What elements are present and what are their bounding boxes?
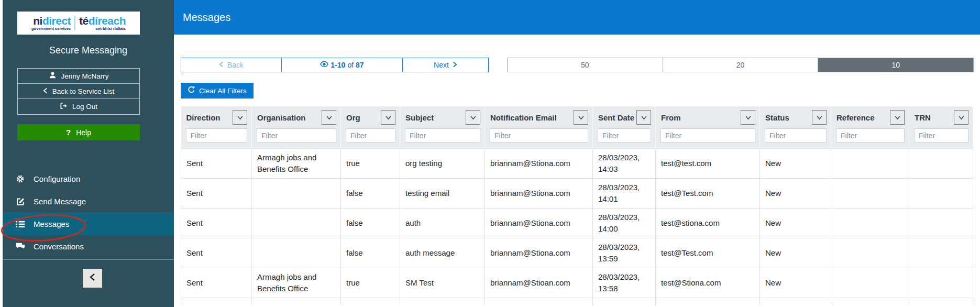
- cell-sent-date: 28/03/2023, 14:03: [593, 148, 656, 178]
- filter-input-from[interactable]: [660, 128, 755, 142]
- cell-trn: [909, 208, 973, 238]
- table-row[interactable]: Sentfalseauth messagebriannam@Stiona.com…: [181, 238, 973, 268]
- table-row-partial: [181, 298, 973, 305]
- cell-status: New: [760, 178, 831, 208]
- table-row[interactable]: SentArmagh jobs and Benefits Officetrueo…: [181, 148, 973, 178]
- sidebar-item-messages[interactable]: Messages: [3, 213, 174, 235]
- logo-tagline-ga: seirbhísí rialtais: [96, 27, 126, 31]
- filter-input-trn[interactable]: [914, 128, 968, 142]
- cell-trn: [909, 148, 973, 178]
- column-dropdown-status[interactable]: [812, 110, 827, 125]
- page-size-20[interactable]: 20: [663, 58, 819, 72]
- filter-input-subject[interactable]: [405, 128, 480, 142]
- chevron-down-icon: [237, 114, 244, 122]
- cell-direction: Sent: [181, 208, 252, 238]
- column-header-sent-date: Sent Date: [593, 106, 656, 128]
- cell-status: New: [760, 148, 831, 178]
- chevron-down-icon: [641, 114, 647, 122]
- chevron-down-icon: [816, 114, 823, 122]
- filter-input-reference[interactable]: [836, 128, 905, 142]
- cell-sent-date: 28/03/2023, 14:00: [593, 208, 656, 238]
- sidebar-nav: Configuration Send Message Messages Conv…: [3, 168, 174, 258]
- pagination: Back 1-10 of 87 Next: [181, 58, 489, 72]
- chevron-down-icon: [894, 114, 901, 122]
- user-button[interactable]: Jenny McNarry: [18, 69, 139, 84]
- table-row[interactable]: Sentfalseauthbriannam@Stiona.com28/03/20…: [181, 208, 973, 238]
- logo-irish: tédíreach seirbhísí rialtais: [79, 15, 126, 31]
- cell-organisation: [252, 178, 341, 208]
- column-header-from: From: [656, 106, 760, 128]
- sidebar: nidirect government services tédíreach s…: [0, 0, 174, 307]
- cell-status: New: [760, 238, 831, 268]
- chevron-down-icon: [326, 114, 333, 122]
- sidebar-item-send-message[interactable]: Send Message: [3, 190, 174, 213]
- column-dropdown-reference[interactable]: [890, 110, 905, 125]
- cell-reference: [831, 178, 909, 208]
- column-header-subject: Subject: [400, 106, 485, 128]
- cell-notification-email: briannam@Stioan.com: [485, 268, 593, 298]
- sidebar-item-configuration[interactable]: Configuration: [3, 168, 174, 190]
- pagination-back-button[interactable]: Back: [181, 58, 282, 72]
- column-header-notification-email: Notification Email: [485, 106, 593, 128]
- sidebar-item-conversations[interactable]: Conversations: [3, 235, 174, 258]
- cell-subject: SM Test: [400, 268, 485, 298]
- logo-english: nidirect government services: [31, 15, 71, 31]
- cell-organisation: [252, 238, 341, 268]
- table-row[interactable]: Sentfalsetesting emailbriannam@Stiona.co…: [181, 178, 973, 208]
- chevron-left-icon: [43, 87, 48, 95]
- sidebar-collapse-button[interactable]: [83, 269, 102, 288]
- filter-input-direction[interactable]: [186, 128, 248, 142]
- column-header-org: Org: [341, 106, 400, 128]
- cell-organisation: [252, 208, 341, 238]
- page-size-selector: 50 20 10: [507, 58, 974, 72]
- main-content: Back 1-10 of 87 Next 50 20 10 Clear All …: [174, 35, 980, 307]
- table-row[interactable]: SentArmagh jobs and Benefits OfficetrueS…: [181, 268, 973, 298]
- column-dropdown-notification-email[interactable]: [574, 110, 588, 125]
- cell-notification-email: briannam@Stiona.com: [485, 148, 593, 178]
- cell-subject: auth: [400, 208, 485, 238]
- cell-subject: auth message: [400, 238, 485, 268]
- back-to-service-list-button[interactable]: Back to Service List: [18, 84, 139, 99]
- cell-notification-email: briannam@Stiona.com: [485, 178, 593, 208]
- column-header-organisation: Organisation: [252, 106, 341, 128]
- column-dropdown-trn[interactable]: [954, 110, 968, 125]
- filter-input-notification-email[interactable]: [490, 128, 588, 142]
- chevron-down-icon: [578, 114, 585, 122]
- cell-direction: Sent: [181, 268, 252, 298]
- cell-notification-email: briannam@Stiona.com: [485, 238, 593, 268]
- filter-input-org[interactable]: [346, 128, 395, 142]
- cell-reference: [831, 268, 909, 298]
- chevron-left-icon: [90, 273, 95, 283]
- chevron-left-icon: [219, 61, 224, 69]
- page-size-10[interactable]: 10: [818, 58, 973, 72]
- column-dropdown-organisation[interactable]: [322, 110, 336, 125]
- column-dropdown-org[interactable]: [381, 110, 395, 125]
- column-dropdown-sent-date[interactable]: [636, 110, 651, 125]
- clear-all-filters-button[interactable]: Clear All Filters: [181, 83, 254, 98]
- filter-input-organisation[interactable]: [257, 128, 336, 142]
- column-dropdown-subject[interactable]: [466, 110, 480, 125]
- gear-icon: [15, 174, 25, 183]
- column-dropdown-from[interactable]: [741, 110, 755, 125]
- logo-tagline-en: government services: [31, 27, 71, 31]
- pagination-range: 1-10: [331, 61, 345, 69]
- chevron-down-icon: [958, 114, 965, 122]
- filter-input-sent-date[interactable]: [598, 128, 651, 142]
- cell-from: test@Test.com: [656, 238, 760, 268]
- help-button[interactable]: ? Help: [17, 124, 140, 140]
- pagination-next-button[interactable]: Next: [402, 58, 489, 72]
- filter-input-status[interactable]: [765, 128, 827, 142]
- cell-from: test@Test.com: [656, 178, 760, 208]
- column-dropdown-direction[interactable]: [233, 110, 247, 125]
- cell-org: true: [341, 268, 400, 298]
- cell-from: test@Stiona.com: [656, 268, 760, 298]
- cell-organisation: Armagh jobs and Benefits Office: [252, 148, 341, 178]
- cell-reference: [831, 148, 909, 178]
- eye-icon: [320, 61, 328, 69]
- logout-button[interactable]: Log Out: [18, 99, 139, 114]
- cell-status: New: [760, 268, 831, 298]
- page-size-50[interactable]: 50: [508, 58, 663, 72]
- logout-icon: [60, 102, 68, 111]
- cell-notification-email: briannam@Stiona.com: [485, 208, 593, 238]
- cell-sent-date: 28/03/2023, 14:01: [593, 178, 656, 208]
